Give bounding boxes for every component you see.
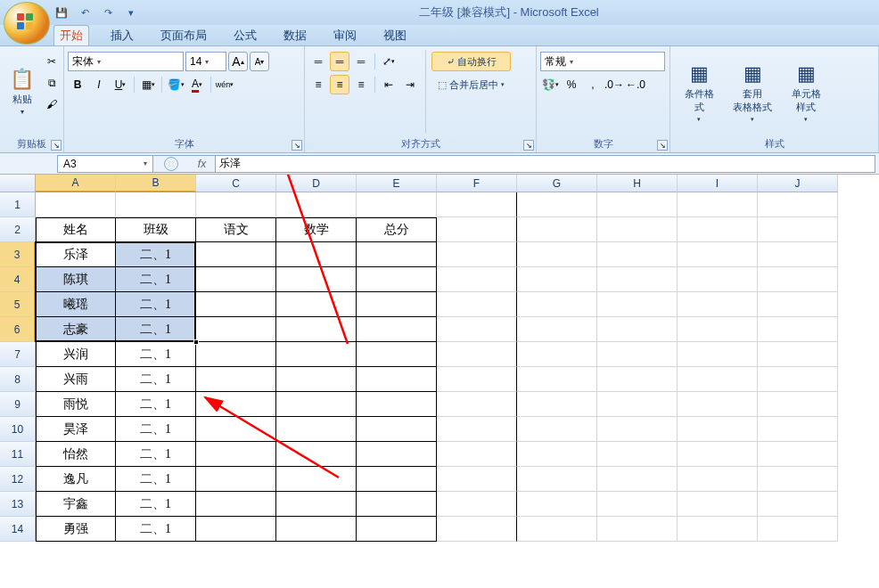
cell-B8[interactable]: 二、1 (116, 367, 196, 392)
fill-handle[interactable] (193, 339, 199, 345)
cell-G12[interactable] (517, 467, 597, 492)
conditional-format-button[interactable]: ▦ 条件格式▾ (674, 50, 724, 135)
tab-插入[interactable]: 插入 (105, 26, 139, 45)
cell-I9[interactable] (678, 392, 758, 417)
col-header-A[interactable]: A (36, 175, 116, 192)
cell-F5[interactable] (437, 292, 517, 317)
cell-B10[interactable]: 二、1 (116, 417, 196, 442)
cell-C4[interactable] (196, 267, 276, 292)
number-launcher[interactable]: ↘ (657, 140, 668, 151)
row-header-9[interactable]: 9 (0, 392, 36, 417)
cell-E1[interactable] (357, 192, 437, 217)
cell-C5[interactable] (196, 292, 276, 317)
name-box[interactable]: A3▾ (57, 155, 153, 173)
undo-button[interactable]: ↶ (77, 4, 93, 20)
row-header-3[interactable]: 3 (0, 242, 36, 267)
cell-I14[interactable] (678, 517, 758, 542)
cell-A7[interactable]: 兴润 (36, 342, 116, 367)
cell-E9[interactable] (357, 392, 437, 417)
cell-C7[interactable] (196, 342, 276, 367)
cell-G5[interactable] (517, 292, 597, 317)
cell-D6[interactable] (276, 317, 357, 342)
currency-button[interactable]: 💱▾ (540, 75, 560, 94)
align-right-button[interactable]: ≡ (351, 75, 371, 94)
increase-indent-button[interactable]: ⇥ (400, 75, 420, 94)
italic-button[interactable]: I (89, 75, 109, 94)
cell-D8[interactable] (276, 367, 357, 392)
col-header-G[interactable]: G (517, 175, 597, 192)
cell-D7[interactable] (276, 342, 357, 367)
cell-F12[interactable] (437, 467, 517, 492)
tab-视图[interactable]: 视图 (378, 26, 412, 45)
cell-F7[interactable] (437, 342, 517, 367)
cell-F4[interactable] (437, 267, 517, 292)
cell-J4[interactable] (758, 267, 838, 292)
format-as-table-button[interactable]: ▦ 套用 表格格式▾ (726, 50, 779, 135)
comma-button[interactable]: , (583, 75, 603, 94)
cell-F13[interactable] (437, 492, 517, 517)
cell-I11[interactable] (678, 442, 758, 467)
col-header-H[interactable]: H (597, 175, 678, 192)
cell-I4[interactable] (678, 267, 758, 292)
cell-F14[interactable] (437, 517, 517, 542)
cell-H6[interactable] (597, 317, 678, 342)
cell-B14[interactable]: 二、1 (116, 517, 196, 542)
cell-I13[interactable] (678, 492, 758, 517)
cell-J7[interactable] (758, 342, 838, 367)
number-format-combo[interactable]: 常规▾ (540, 52, 665, 71)
cell-F9[interactable] (437, 392, 517, 417)
font-launcher[interactable]: ↘ (292, 140, 302, 151)
tab-公式[interactable]: 公式 (228, 26, 262, 45)
cell-A10[interactable]: 昊泽 (36, 417, 116, 442)
cell-G2[interactable] (517, 217, 597, 242)
cell-D4[interactable] (276, 267, 357, 292)
border-button[interactable]: ▦▾ (138, 75, 158, 94)
cell-D12[interactable] (276, 467, 357, 492)
cell-B3[interactable]: 二、1 (116, 242, 196, 267)
cell-A13[interactable]: 宇鑫 (36, 492, 116, 517)
cell-I1[interactable] (678, 192, 758, 217)
col-header-F[interactable]: F (437, 175, 517, 192)
cell-H11[interactable] (597, 442, 678, 467)
cell-D14[interactable] (276, 517, 357, 542)
cell-D5[interactable] (276, 292, 357, 317)
cell-C1[interactable] (196, 192, 276, 217)
cell-I3[interactable] (678, 242, 758, 267)
cell-G4[interactable] (517, 267, 597, 292)
cell-A11[interactable]: 怡然 (36, 442, 116, 467)
cell-I10[interactable] (678, 417, 758, 442)
row-header-2[interactable]: 2 (0, 217, 36, 242)
cell-E12[interactable] (357, 467, 437, 492)
cell-E13[interactable] (357, 492, 437, 517)
row-header-14[interactable]: 14 (0, 517, 36, 542)
merge-center-button[interactable]: ⬚ 合并后居中 ▾ (431, 75, 511, 94)
qat-more-icon[interactable]: ▾ (123, 4, 139, 20)
row-header-4[interactable]: 4 (0, 267, 36, 292)
font-color-button[interactable]: A▾ (187, 75, 207, 94)
col-header-B[interactable]: B (116, 175, 196, 192)
cell-C11[interactable] (196, 442, 276, 467)
cell-C2[interactable]: 语文 (196, 217, 276, 242)
cell-F6[interactable] (437, 317, 517, 342)
align-top-button[interactable]: ═ (308, 52, 328, 71)
cell-G10[interactable] (517, 417, 597, 442)
cell-H7[interactable] (597, 342, 678, 367)
cell-C14[interactable] (196, 517, 276, 542)
cell-G11[interactable] (517, 442, 597, 467)
cell-J2[interactable] (758, 217, 838, 242)
col-header-I[interactable]: I (678, 175, 758, 192)
cell-I5[interactable] (678, 292, 758, 317)
increase-font-button[interactable]: A▴ (228, 52, 248, 71)
cell-I12[interactable] (678, 467, 758, 492)
cell-G13[interactable] (517, 492, 597, 517)
cell-B9[interactable]: 二、1 (116, 392, 196, 417)
bold-button[interactable]: B (68, 75, 87, 94)
row-header-10[interactable]: 10 (0, 417, 36, 442)
cell-E14[interactable] (357, 517, 437, 542)
cell-G3[interactable] (517, 242, 597, 267)
cell-E4[interactable] (357, 267, 437, 292)
cell-B11[interactable]: 二、1 (116, 442, 196, 467)
cell-E11[interactable] (357, 442, 437, 467)
font-name-combo[interactable]: 宋体▾ (68, 52, 184, 71)
cell-B2[interactable]: 班级 (116, 217, 196, 242)
